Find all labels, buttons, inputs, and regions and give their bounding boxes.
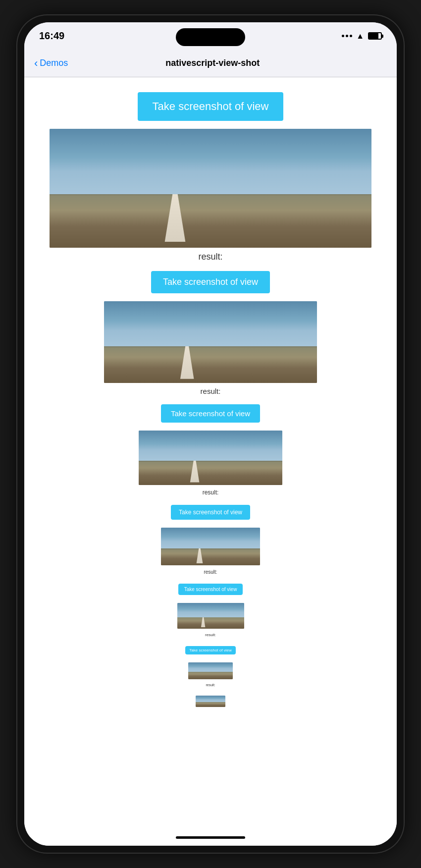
battery-icon [368,32,382,40]
result-label-6: result: [206,683,215,687]
result-label-3: result: [203,489,219,496]
screenshot-section-2: Take screenshot of view result: [34,271,387,399]
take-screenshot-button-3[interactable]: Take screenshot of view [161,404,260,423]
landscape-photo-2 [104,301,317,383]
screenshot-section-7 [34,696,387,711]
landscape-photo-1 [50,129,371,248]
result-label-5: result: [205,633,216,637]
phone-frame: 16:49 ▲ ‹ Demos nativescript-view-shot [17,15,404,853]
screenshot-section-4: Take screenshot of view result: [34,505,387,579]
back-chevron-icon: ‹ [34,57,38,70]
landscape-photo-6 [188,662,233,679]
take-screenshot-button-6[interactable]: Take screenshot of view [185,646,235,654]
nav-title: nativescript-view-shot [68,58,357,68]
take-screenshot-button-2[interactable]: Take screenshot of view [151,271,270,293]
wifi-icon: ▲ [356,32,364,41]
back-button[interactable]: ‹ Demos [34,57,68,70]
screenshot-section-1: Take screenshot of view result: [34,92,387,266]
phone-screen: 16:49 ▲ ‹ Demos nativescript-view-shot [24,22,397,846]
dynamic-island [176,28,245,46]
home-bar [176,836,245,839]
screenshot-section-6: Take screenshot of view result: [34,646,387,691]
result-label-4: result: [204,569,217,575]
landscape-photo-5 [177,603,244,629]
screenshot-section-3: Take screenshot of view result: [34,404,387,500]
take-screenshot-button-4[interactable]: Take screenshot of view [171,505,250,520]
back-label[interactable]: Demos [40,58,68,68]
result-label-1: result: [198,252,222,262]
landscape-photo-3 [139,431,282,485]
status-time: 16:49 [39,30,64,42]
status-bar: 16:49 ▲ [24,22,397,50]
screenshot-section-5: Take screenshot of view result: [34,584,387,641]
result-label-2: result: [201,387,221,395]
landscape-photo-4 [161,528,260,565]
status-icons: ▲ [342,32,382,41]
signal-dots-icon [342,35,352,37]
home-indicator [24,829,397,846]
take-screenshot-button-1[interactable]: Take screenshot of view [138,92,284,121]
nav-bar: ‹ Demos nativescript-view-shot [24,50,397,77]
landscape-photo-7 [196,696,225,707]
take-screenshot-button-5[interactable]: Take screenshot of view [178,584,243,595]
content-area: Take screenshot of view result: Take scr… [24,77,397,829]
